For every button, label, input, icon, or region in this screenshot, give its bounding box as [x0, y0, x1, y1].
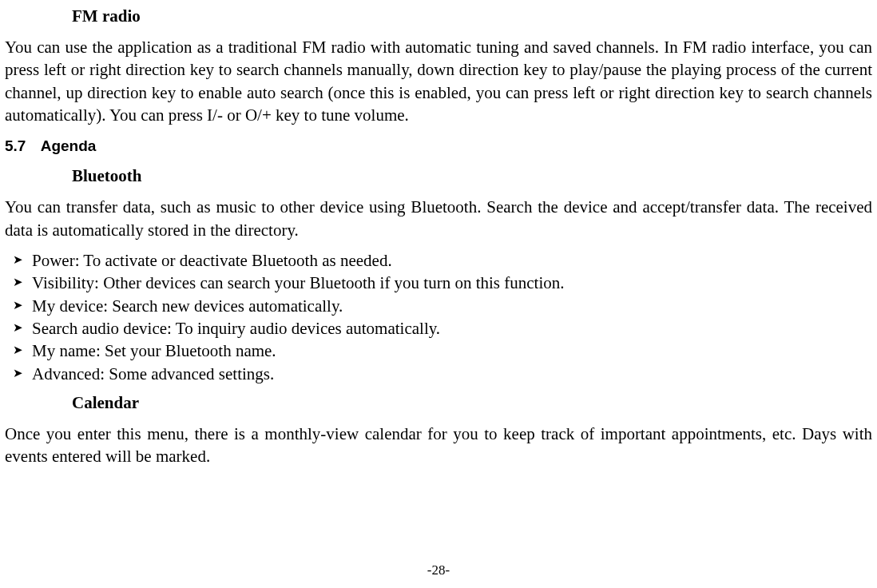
heading-bluetooth: Bluetooth: [72, 166, 872, 186]
list-item: Visibility: Other devices can search you…: [32, 272, 872, 294]
list-item: Search audio device: To inquiry audio de…: [32, 317, 872, 340]
list-item: Advanced: Some advanced settings.: [32, 363, 872, 385]
bluetooth-bullet-list: Power: To activate or deactivate Bluetoo…: [32, 249, 872, 385]
heading-agenda: 5.7 Agenda: [5, 137, 872, 155]
page-number: -28-: [0, 562, 877, 578]
list-item: Power: To activate or deactivate Bluetoo…: [32, 249, 872, 272]
paragraph-calendar: Once you enter this menu, there is a mon…: [5, 423, 872, 468]
paragraph-fm-radio: You can use the application as a traditi…: [5, 36, 872, 126]
paragraph-bluetooth: You can transfer data, such as music to …: [5, 196, 872, 241]
list-item: My name: Set your Bluetooth name.: [32, 340, 872, 362]
list-item: My device: Search new devices automatica…: [32, 295, 872, 317]
heading-fm-radio: FM radio: [72, 6, 872, 26]
heading-calendar: Calendar: [72, 393, 872, 413]
